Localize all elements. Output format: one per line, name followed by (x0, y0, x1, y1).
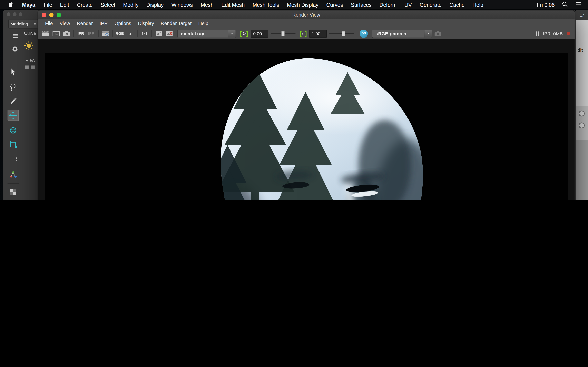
redo-render-icon[interactable] (41, 29, 50, 38)
remove-image-icon[interactable] (164, 29, 174, 38)
menubar-item-create[interactable]: Create (73, 2, 97, 8)
macos-menubar: Maya File Edit Create Select Modify Disp… (0, 0, 588, 9)
divider (73, 30, 74, 37)
sliver-low-area (576, 140, 588, 200)
menubar-item-help[interactable]: Help (468, 2, 487, 8)
menubar-item-select[interactable]: Select (96, 2, 119, 8)
menubar-item-edit-mesh[interactable]: Edit Mesh (217, 2, 249, 8)
close-button[interactable] (7, 12, 10, 16)
spinner-icon: ▲▼ (34, 22, 36, 25)
menubar-clock[interactable]: Fri 0:06 (537, 2, 554, 8)
shelf-tab-curves[interactable]: Curve (24, 31, 36, 36)
minimize-button[interactable] (13, 12, 16, 16)
ipr-update-icon[interactable]: IPR (86, 29, 96, 38)
menubar-item-mesh-display[interactable]: Mesh Display (283, 2, 322, 8)
exposure-field[interactable]: 0.00 (251, 30, 268, 37)
slider-handle[interactable] (342, 31, 345, 36)
menu-help[interactable]: Help (195, 21, 212, 26)
render-canvas[interactable] (45, 53, 568, 200)
sliver-light-area (576, 20, 588, 106)
menubar-item-surfaces[interactable]: Surfaces (347, 2, 375, 8)
apple-menu-icon[interactable] (4, 2, 17, 8)
color-management-toggle[interactable]: ON (360, 29, 368, 38)
render-settings-icon[interactable] (101, 29, 110, 38)
divider (98, 30, 99, 37)
render-region-icon[interactable] (52, 29, 61, 38)
contrast-icon[interactable]: [ ◐ ] (300, 30, 307, 37)
marquee-tool-icon[interactable] (8, 154, 19, 165)
pause-icon[interactable] (536, 31, 539, 36)
rotate-tool-icon[interactable] (8, 125, 19, 136)
keep-image-icon[interactable] (154, 29, 164, 38)
window-title: Render View (292, 12, 320, 17)
app-menu-maya[interactable]: Maya (17, 2, 40, 8)
chevron-down-icon: ▼ (228, 30, 236, 37)
screen: P 5 Modeling ▲▼ Curve (0, 0, 588, 200)
panel-icon[interactable] (579, 110, 585, 117)
contrast-field[interactable]: 1.00 (310, 30, 327, 37)
panel-menu-view[interactable]: View (26, 58, 35, 63)
move-tool-icon[interactable] (8, 110, 19, 121)
alpha-channel-icon[interactable]: ◑ (126, 29, 135, 38)
zoom-button[interactable] (57, 13, 61, 17)
menubar-item-uv[interactable]: UV (401, 2, 416, 8)
lasso-tool-icon[interactable] (8, 81, 19, 92)
render-view-window: Render View File View Render IPR Options… (38, 10, 575, 200)
minimize-button[interactable] (49, 13, 54, 17)
menu-options[interactable]: Options (111, 21, 135, 26)
menu-icon[interactable] (13, 33, 17, 39)
renderer-dropdown[interactable]: mental ray ▼ (177, 29, 236, 38)
menu-render-target[interactable]: Render Target (157, 21, 195, 26)
menu-display[interactable]: Display (135, 21, 157, 26)
slider-handle[interactable] (281, 31, 285, 36)
divider (112, 30, 113, 37)
notification-list-icon[interactable] (575, 2, 581, 8)
menu-set-dropdown[interactable]: Modeling ▲▼ (8, 19, 38, 29)
search-icon[interactable] (562, 1, 568, 8)
snapshot-camera-icon[interactable] (433, 29, 443, 38)
menubar-item-edit[interactable]: Edit (56, 2, 73, 8)
sliver-top-strip: 17 (576, 10, 588, 20)
one-to-one-zoom-icon[interactable]: 1:1 (140, 29, 149, 38)
menubar-item-deform[interactable]: Deform (375, 2, 401, 8)
universal-manipulator-icon[interactable] (8, 169, 19, 180)
menu-file[interactable]: File (42, 21, 56, 26)
divider (137, 30, 138, 37)
rgb-channels-icon[interactable]: RGB (115, 29, 125, 38)
menubar-item-mesh[interactable]: Mesh (197, 2, 217, 8)
divider (8, 183, 19, 184)
scale-tool-icon[interactable] (8, 139, 19, 150)
close-button[interactable] (42, 13, 46, 17)
menubar-item-mesh-tools[interactable]: Mesh Tools (249, 2, 283, 8)
select-tool-icon[interactable] (8, 66, 19, 77)
sun-shelf-icon[interactable] (24, 41, 34, 52)
render-view-menubar: File View Render IPR Options Display Ren… (38, 19, 575, 28)
window-titlebar[interactable]: Render View (38, 10, 575, 19)
menubar-item-curves[interactable]: Curves (322, 2, 347, 8)
menu-set-label: Modeling (10, 22, 28, 26)
exposure-icon[interactable]: [ ↻ ] (240, 30, 249, 37)
zoom-button[interactable] (19, 12, 22, 16)
menubar-item-display[interactable]: Display (143, 2, 168, 8)
menubar-item-generate[interactable]: Generate (416, 2, 445, 8)
menubar-item-cache[interactable]: Cache (445, 2, 468, 8)
edit-label-clipped: dit (578, 48, 583, 53)
layout-checker-icon[interactable] (8, 186, 19, 197)
menubar-item-windows[interactable]: Windows (168, 2, 197, 8)
chevron-down-icon: ▼ (424, 30, 432, 37)
menubar-item-file[interactable]: File (40, 2, 56, 8)
panel-icon[interactable] (579, 123, 585, 128)
snapshot-camera-icon[interactable] (62, 29, 71, 38)
menu-view[interactable]: View (56, 21, 73, 26)
menubar-item-modify[interactable]: Modify (119, 2, 142, 8)
color-profile-dropdown[interactable]: sRGB gamma ▼ (372, 29, 432, 38)
menu-ipr[interactable]: IPR (96, 21, 111, 26)
render-toolbar: IPR IPR RGB ◑ 1:1 mental ray ▼ [ (38, 28, 575, 39)
contrast-slider[interactable] (329, 30, 354, 37)
gear-icon[interactable] (12, 46, 18, 53)
menu-render[interactable]: Render (73, 21, 96, 26)
paint-select-tool-icon[interactable] (8, 95, 19, 107)
exposure-slider[interactable] (271, 30, 295, 37)
attribute-editor-sliver: 17 dit (576, 10, 588, 200)
ipr-render-icon[interactable]: IPR (76, 29, 86, 38)
